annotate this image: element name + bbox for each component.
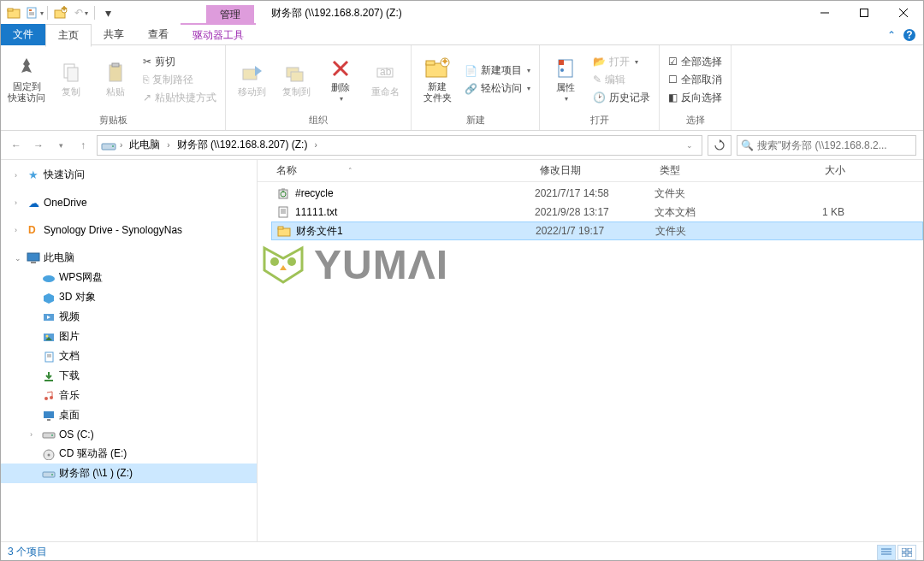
svg-rect-18 [112, 63, 119, 67]
svg-rect-69 [278, 227, 283, 229]
qat-newfolder-icon[interactable]: ✦ [51, 3, 70, 22]
select-all-icon: ☑ [668, 56, 678, 68]
svg-rect-79 [908, 553, 912, 557]
tree-child-item[interactable]: 文档 [1, 346, 257, 366]
chevron-right-icon[interactable]: › [312, 140, 318, 150]
tab-share[interactable]: 共享 [92, 24, 136, 45]
select-all-button[interactable]: ☑全部选择 [665, 54, 726, 70]
tree-quick-access[interactable]: ›★快速访问 [1, 165, 257, 185]
breadcrumb-segment[interactable]: 此电脑 [126, 136, 163, 154]
back-button[interactable]: ← [8, 137, 25, 154]
search-box[interactable]: 🔍 [737, 135, 916, 156]
tab-view[interactable]: 查看 [136, 24, 181, 45]
tree-child-item[interactable]: WPS网盘 [1, 268, 257, 287]
file-row[interactable]: 11111.txt2021/9/28 13:17文本文档1 KB [271, 203, 923, 221]
column-header-size[interactable]: 大小 [774, 160, 851, 181]
address-dropdown-button[interactable]: ⌄ [681, 137, 698, 154]
tab-file[interactable]: 文件 [1, 24, 45, 45]
qat-properties-icon[interactable]: ▾ [25, 3, 44, 22]
breadcrumb-segment[interactable]: 财务部 (\\192.168.8.207) (Z:) [174, 136, 311, 154]
file-name: 11111.txt [295, 206, 337, 218]
up-button[interactable]: ↑ [74, 137, 92, 154]
tree-child-item[interactable]: 视频 [1, 307, 257, 327]
ribbon-collapse-icon[interactable]: ⌃ [887, 29, 896, 41]
svg-rect-76 [902, 548, 906, 552]
drive-icon [101, 139, 116, 152]
select-none-button[interactable]: ☐全部取消 [665, 72, 726, 88]
paste-shortcut-button[interactable]: ↗粘贴快捷方式 [139, 90, 220, 106]
maximize-button[interactable] [844, 1, 884, 25]
edit-button[interactable]: ✎编辑 [589, 72, 654, 88]
column-header-type[interactable]: 类型 [654, 160, 774, 181]
svg-point-51 [44, 397, 48, 400]
file-icon [276, 186, 290, 200]
move-to-button[interactable]: 移动到 [231, 49, 272, 110]
tree-onedrive[interactable]: ›☁OneDrive [1, 193, 257, 212]
file-list-pane: 名称˄ 修改日期 类型 大小 #recycle2021/7/17 14:58文件… [258, 160, 923, 541]
easy-access-button[interactable]: 🔗轻松访问▾ [461, 80, 534, 97]
file-row[interactable]: #recycle2021/7/17 14:58文件夹 [271, 184, 923, 203]
title-bar: ▾ ✦ ↶▾ ▾ 管理 财务部 (\\192.168.8.207) (Z:) [1, 1, 923, 25]
help-icon[interactable]: ? [903, 28, 916, 42]
refresh-button[interactable] [708, 135, 732, 156]
tree-child-item[interactable]: 下载 [1, 366, 257, 386]
forward-button[interactable]: → [30, 137, 47, 154]
tree-child-item[interactable]: 音乐 [1, 386, 257, 405]
window-title: 财务部 (\\192.168.8.207) (Z:) [254, 6, 805, 21]
copy-path-button[interactable]: ⎘复制路径 [139, 72, 220, 88]
paste-button[interactable]: 粘贴 [95, 49, 136, 110]
tree-child-item[interactable]: 图片 [1, 327, 257, 346]
rename-button[interactable]: ab重命名 [364, 49, 406, 110]
copy-button[interactable]: 复制 [50, 49, 92, 110]
navigation-pane[interactable]: ›★快速访问 ›☁OneDrive ›DSynology Drive - Syn… [1, 160, 258, 541]
explorer-icon[interactable] [4, 3, 23, 22]
history-button[interactable]: 🕑历史记录 [589, 90, 654, 106]
tree-child-item[interactable]: 桌面 [1, 405, 257, 425]
delete-button[interactable]: 删除▾ [320, 49, 361, 110]
chevron-right-icon[interactable]: › [165, 140, 171, 150]
select-none-icon: ☐ [668, 74, 678, 86]
recent-locations-button[interactable]: ▾ [52, 137, 69, 154]
pin-quick-access-button[interactable]: 固定到快速访问 [6, 49, 47, 110]
address-bar[interactable]: › 此电脑 › 财务部 (\\192.168.8.207) (Z:) › ⌄ [97, 135, 702, 156]
properties-button[interactable]: 属性▾ [545, 49, 586, 110]
main-content: ›★快速访问 ›☁OneDrive ›DSynology Drive - Syn… [1, 160, 923, 541]
new-folder-button[interactable]: ✦新建文件夹 [417, 49, 458, 110]
tree-child-item[interactable]: CD 驱动器 (E:) [1, 444, 257, 464]
svg-rect-17 [110, 65, 121, 81]
view-details-button[interactable] [877, 545, 896, 560]
tree-this-pc[interactable]: ⌄此电脑 [1, 248, 257, 268]
open-icon: 📂 [593, 56, 606, 68]
open-button[interactable]: 📂打开▾ [589, 54, 654, 70]
qat-customize-icon[interactable]: ▾ [98, 3, 117, 22]
minimize-button[interactable] [805, 1, 844, 25]
close-button[interactable] [884, 1, 923, 25]
shortcut-icon: ↗ [143, 92, 151, 103]
tree-child-item[interactable]: ›OS (C:) [1, 425, 257, 444]
status-item-count: 3 个项目 [8, 545, 47, 559]
search-input[interactable] [757, 139, 912, 151]
tree-child-item[interactable]: 3D 对象 [1, 287, 257, 307]
new-item-button[interactable]: 📄新建项目▾ [461, 62, 534, 79]
tree-item-icon [42, 350, 56, 363]
file-row[interactable]: 财务文件12022/1/7 19:17文件夹 [271, 221, 923, 240]
invert-selection-button[interactable]: ◧反向选择 [665, 90, 726, 106]
easy-access-icon: 🔗 [465, 83, 477, 95]
file-type: 文件夹 [655, 224, 775, 239]
tree-item-icon [42, 271, 56, 285]
qat-undo-icon[interactable]: ↶▾ [72, 3, 91, 22]
cut-button[interactable]: ✂剪切 [139, 54, 220, 70]
column-header-date[interactable]: 修改日期 [535, 160, 654, 181]
pc-icon [27, 251, 40, 265]
column-header-name[interactable]: 名称˄ [271, 160, 535, 181]
tree-child-item[interactable]: 财务部 (\\1 ) (Z:) [1, 464, 257, 483]
window-controls [805, 1, 923, 25]
copy-to-button[interactable]: 复制到 [275, 49, 317, 110]
tab-drive-tools[interactable]: 驱动器工具 [181, 23, 256, 46]
tree-synology[interactable]: ›DSynology Drive - SynologyNas [1, 221, 257, 239]
tab-home[interactable]: 主页 [45, 24, 92, 47]
chevron-right-icon[interactable]: › [118, 140, 124, 150]
tree-item-icon [42, 310, 56, 324]
svg-marker-31 [559, 60, 564, 65]
view-large-icons-button[interactable] [897, 545, 916, 560]
